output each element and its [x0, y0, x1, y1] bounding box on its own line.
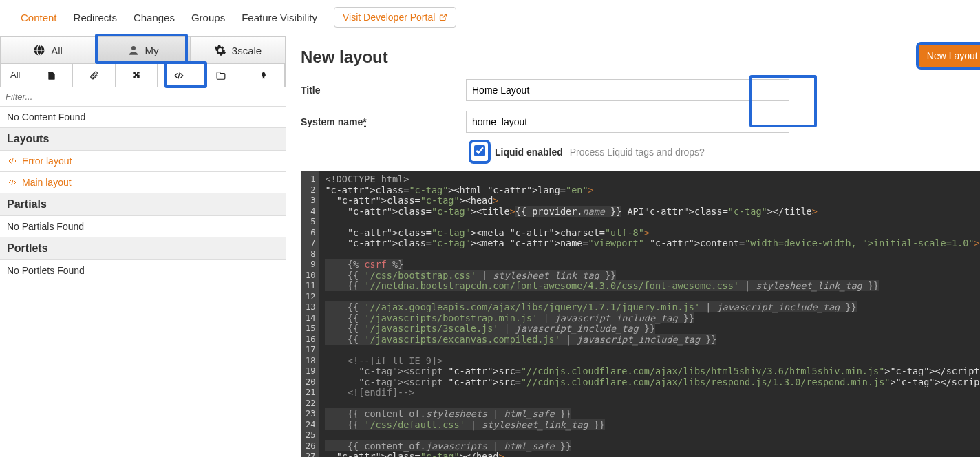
liquid-enabled-checkbox[interactable] [474, 145, 485, 156]
tab-content[interactable]: Content [21, 12, 57, 23]
portlets-header: Portlets [0, 237, 286, 260]
svg-line-6 [12, 158, 13, 164]
main: New Layout New layout Title System name*… [286, 36, 980, 457]
code-icon [172, 71, 186, 81]
iconcell-puzzle[interactable] [116, 64, 158, 87]
iconcell-clip[interactable] [73, 64, 116, 87]
subtab-all-label: All [51, 45, 63, 56]
folder-icon [215, 71, 226, 81]
editor-code[interactable]: <!DOCTYPE html>"c-attr">class="c-tag"><h… [319, 171, 980, 457]
globe-icon [33, 44, 45, 56]
svg-line-7 [12, 180, 13, 185]
svg-line-0 [443, 14, 447, 19]
paperclip-icon [89, 70, 98, 81]
new-layout-button[interactable]: New Layout [919, 45, 980, 67]
iconcell-rocket[interactable] [242, 64, 285, 87]
svg-line-5 [178, 73, 179, 79]
liquid-enabled-hint: Process Liquid tags and drops? [570, 147, 705, 158]
sidebar-item-label: Main layout [22, 177, 72, 188]
sidebar-item-label: Error layout [22, 156, 72, 167]
iconcell-all[interactable]: All [1, 64, 30, 87]
sidebar-item-error-layout[interactable]: Error layout [0, 151, 286, 172]
user-icon [127, 44, 140, 56]
required-star: * [363, 116, 366, 127]
subtab-my-label: My [145, 45, 159, 56]
system-name-label: System name* [301, 116, 466, 127]
page-title: New layout [301, 47, 980, 67]
liquid-enabled-label: Liquid enabled [495, 147, 563, 158]
tab-changes[interactable]: Changes [134, 12, 175, 23]
file-icon [47, 70, 56, 81]
filter-input[interactable] [0, 87, 286, 107]
external-link-icon [439, 13, 447, 21]
iconcell-file[interactable] [30, 64, 73, 87]
no-partials-row: No Partials Found [0, 216, 286, 237]
code-editor[interactable]: 1234567891011121314151617181920212223242… [301, 171, 980, 457]
system-name-text: System name [301, 116, 363, 127]
subtabs: All My 3scale [0, 36, 286, 64]
title-input[interactable] [466, 79, 789, 101]
new-layout-label: New Layout [927, 50, 978, 61]
rocket-icon [259, 70, 268, 81]
svg-point-4 [131, 46, 136, 50]
icon-row: All [0, 64, 286, 87]
subtab-all[interactable]: All [1, 37, 96, 63]
subtab-my[interactable]: My [96, 37, 191, 63]
no-portlets-row: No Portlets Found [0, 260, 286, 281]
tab-groups[interactable]: Groups [191, 12, 225, 23]
iconcell-folder[interactable] [200, 64, 243, 87]
tab-feature-visibility[interactable]: Feature Visibility [242, 12, 317, 23]
system-name-input[interactable] [466, 111, 789, 133]
visit-portal-label: Visit Developer Portal [343, 12, 435, 23]
code-icon [7, 157, 18, 165]
title-label: Title [301, 85, 466, 96]
partials-header: Partials [0, 193, 286, 216]
gear-icon [214, 44, 226, 56]
subtab-3scale-label: 3scale [232, 45, 262, 56]
no-content-row: No Content Found [0, 107, 286, 128]
top-nav: Content Redirects Changes Groups Feature… [0, 0, 980, 36]
tab-redirects[interactable]: Redirects [74, 12, 117, 23]
editor-gutter: 1234567891011121314151617181920212223242… [301, 171, 319, 457]
iconcell-code[interactable] [158, 64, 200, 87]
visit-portal-button[interactable]: Visit Developer Portal [334, 7, 456, 28]
puzzle-icon [131, 70, 141, 81]
sidebar-item-main-layout[interactable]: Main layout [0, 172, 286, 193]
code-icon [7, 178, 18, 187]
sidebar: All My 3scale All No Content Found Layou… [0, 36, 286, 457]
subtab-3scale[interactable]: 3scale [191, 37, 285, 63]
layouts-header: Layouts [0, 128, 286, 151]
